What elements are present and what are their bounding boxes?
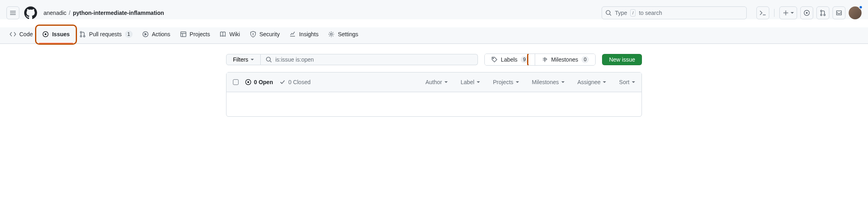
command-palette-button[interactable] xyxy=(756,6,769,19)
tag-icon xyxy=(491,56,498,63)
create-new-button[interactable] xyxy=(779,6,797,19)
avatar[interactable] xyxy=(849,6,862,19)
tab-issues-label: Issues xyxy=(52,31,70,37)
author-filter[interactable]: Author xyxy=(426,79,448,85)
svg-point-3 xyxy=(820,10,822,12)
issues-button[interactable] xyxy=(800,6,813,19)
issues-search[interactable] xyxy=(261,54,478,65)
issues-toolbar: Filters Labels 9 Milestones 0 New issue xyxy=(226,54,642,66)
caret-down-icon xyxy=(444,81,448,84)
command-icon xyxy=(760,10,766,16)
sort-label: Sort xyxy=(619,79,629,85)
svg-point-5 xyxy=(824,14,825,16)
closed-tab[interactable]: 0 Closed xyxy=(279,79,310,85)
assignee-filter[interactable]: Assignee xyxy=(577,79,606,85)
label-filter[interactable]: Label xyxy=(461,79,480,85)
search-icon xyxy=(266,56,272,63)
labels-button[interactable]: Labels 9 xyxy=(485,54,535,65)
caret-down-icon xyxy=(516,81,519,84)
issues-search-input[interactable] xyxy=(275,56,473,63)
divider xyxy=(774,9,775,17)
plus-icon xyxy=(783,10,789,16)
svg-rect-12 xyxy=(181,32,186,37)
svg-point-4 xyxy=(820,14,822,16)
play-icon xyxy=(142,31,149,37)
caret-down-icon xyxy=(251,58,254,61)
milestones-filter[interactable]: Milestones xyxy=(532,79,565,85)
tab-projects[interactable]: Projects xyxy=(177,28,214,43)
open-tab[interactable]: 0 Open xyxy=(245,79,273,85)
github-logo-icon[interactable] xyxy=(24,6,37,19)
milestones-button[interactable]: Milestones 0 xyxy=(535,54,596,65)
labels-milestones-group: Labels 9 Milestones 0 xyxy=(484,54,596,66)
tab-actions[interactable]: Actions xyxy=(139,28,174,43)
inbox-icon xyxy=(836,10,842,16)
pull-requests-button[interactable] xyxy=(816,6,829,19)
shield-icon xyxy=(250,31,256,37)
select-all-checkbox[interactable] xyxy=(233,79,239,85)
breadcrumb-separator: / xyxy=(69,10,71,16)
tab-security[interactable]: Security xyxy=(247,28,283,43)
issues-list-header: 0 Open 0 Closed Author Label Projects Mi… xyxy=(226,72,642,92)
book-icon xyxy=(220,31,226,37)
filters-label: Filters xyxy=(233,56,248,63)
pull-request-icon xyxy=(820,10,826,16)
tab-pull-requests[interactable]: Pull requests 1 xyxy=(76,27,136,43)
state-tabs: 0 Open 0 Closed xyxy=(245,79,311,85)
header-filter-dropdowns: Author Label Projects Milestones Assigne… xyxy=(426,79,635,85)
tab-security-label: Security xyxy=(260,31,280,37)
repo-nav: Code Issues Pull requests 1 Actions Proj… xyxy=(0,27,868,44)
pulls-count: 1 xyxy=(125,31,133,38)
breadcrumb-repo[interactable]: python-intermediate-inflammation xyxy=(73,10,164,16)
tab-pulls-label: Pull requests xyxy=(89,31,122,37)
hamburger-menu-button[interactable] xyxy=(6,6,19,19)
tab-code[interactable]: Code xyxy=(6,28,36,43)
tab-wiki-label: Wiki xyxy=(229,31,240,37)
caret-down-icon xyxy=(477,81,480,84)
label-label: Label xyxy=(461,79,474,85)
milestone-icon xyxy=(542,56,548,63)
svg-point-8 xyxy=(80,31,82,33)
svg-point-15 xyxy=(266,57,270,61)
projects-filter[interactable]: Projects xyxy=(493,79,519,85)
milestones-label: Milestones xyxy=(551,56,578,63)
milestones-count: 0 xyxy=(581,56,589,63)
tab-insights[interactable]: Insights xyxy=(286,28,322,43)
top-actions xyxy=(756,6,862,19)
tab-settings[interactable]: Settings xyxy=(325,28,361,43)
author-label: Author xyxy=(426,79,442,85)
caret-down-icon xyxy=(791,11,794,14)
search-icon xyxy=(605,10,612,16)
issue-open-icon xyxy=(245,79,251,85)
notification-dot-icon xyxy=(859,5,863,9)
tab-insights-label: Insights xyxy=(299,31,318,37)
sort-filter[interactable]: Sort xyxy=(619,79,635,85)
issues-list-body xyxy=(226,92,642,116)
pull-request-icon xyxy=(79,31,86,37)
tab-wiki[interactable]: Wiki xyxy=(216,28,243,43)
labels-count: 9 xyxy=(521,56,528,63)
tab-issues[interactable]: Issues xyxy=(39,28,73,43)
caret-down-icon xyxy=(603,81,606,84)
search-placeholder-pre: Type xyxy=(615,10,627,16)
tab-actions-label: Actions xyxy=(152,31,170,37)
graph-icon xyxy=(289,31,296,37)
tab-code-label: Code xyxy=(19,31,33,37)
filters-button[interactable]: Filters xyxy=(226,54,261,65)
project-icon xyxy=(180,31,187,37)
global-search[interactable]: Type / to search xyxy=(602,6,747,19)
hamburger-icon xyxy=(10,10,16,16)
breadcrumb-owner[interactable]: anenadic xyxy=(44,10,66,16)
breadcrumb: anenadic / python-intermediate-inflammat… xyxy=(44,10,598,16)
issue-icon xyxy=(804,10,810,16)
svg-point-0 xyxy=(606,10,610,14)
svg-point-10 xyxy=(83,35,85,37)
labels-label: Labels xyxy=(501,56,517,63)
issues-list: 0 Open 0 Closed Author Label Projects Mi… xyxy=(226,72,642,117)
svg-point-16 xyxy=(493,58,494,59)
check-icon xyxy=(279,79,286,85)
svg-point-18 xyxy=(248,82,249,83)
notifications-button[interactable] xyxy=(833,6,845,19)
new-issue-button[interactable]: New issue xyxy=(602,54,642,65)
search-placeholder-post: to search xyxy=(639,10,662,16)
